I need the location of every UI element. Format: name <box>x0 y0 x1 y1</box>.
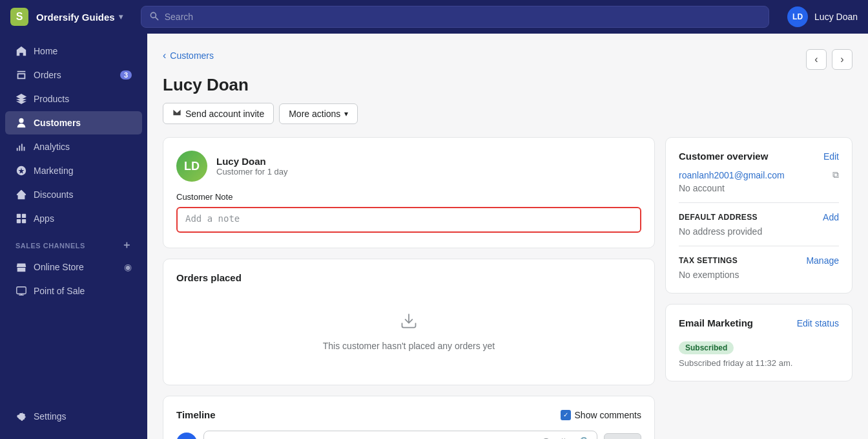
sidebar-item-point-of-sale[interactable]: Point of Sale <box>5 279 142 303</box>
edit-status-button[interactable]: Edit status <box>797 318 839 328</box>
send-invite-button[interactable]: Send account invite <box>163 103 274 124</box>
orders-badge: 3 <box>120 70 132 80</box>
customer-since: Customer for 1 day <box>216 167 288 177</box>
sidebar-item-products[interactable]: Products <box>5 87 142 111</box>
sidebar-label-pos: Point of Sale <box>34 286 85 296</box>
send-invite-label: Send account invite <box>185 109 264 119</box>
add-sales-channel-icon[interactable]: ＋ <box>121 239 132 252</box>
show-comments-label: Show comments <box>575 410 641 420</box>
next-page-button[interactable]: › <box>832 49 852 70</box>
sidebar-item-customers[interactable]: Customers <box>5 111 142 134</box>
more-actions-chevron-icon: ▾ <box>344 109 348 118</box>
customers-icon <box>16 117 27 129</box>
user-avatar[interactable]: LD <box>787 6 808 27</box>
sidebar-label-home: Home <box>34 46 57 56</box>
breadcrumb-chevron-icon: ‹ <box>163 50 166 61</box>
note-label: Customer Note <box>176 192 641 202</box>
customer-email[interactable]: roanlanh2001@gmail.com <box>679 170 785 180</box>
mention-icon[interactable]: @ <box>538 436 553 440</box>
customer-profile: LD Lucy Doan Customer for 1 day <box>176 151 641 182</box>
sidebar-label-customers: Customers <box>34 118 81 128</box>
sidebar-label-online-store: Online Store <box>34 262 84 272</box>
sidebar-item-home[interactable]: Home <box>5 39 142 63</box>
more-actions-label: More actions <box>289 109 340 119</box>
breadcrumb[interactable]: ‹ Customers <box>163 50 214 61</box>
orders-icon <box>16 69 27 81</box>
customer-overview-card: Customer overview Edit roanlanh2001@gmai… <box>665 137 852 294</box>
sidebar-item-analytics[interactable]: Analytics <box>5 135 142 158</box>
sidebar-label-orders: Orders <box>34 70 61 80</box>
address-value: No address provided <box>679 226 839 237</box>
add-address-button[interactable]: Add <box>823 212 839 222</box>
address-title: DEFAULT ADDRESS <box>679 213 758 222</box>
sidebar-item-marketing[interactable]: Marketing <box>5 159 142 182</box>
hashtag-icon[interactable]: # <box>557 436 568 440</box>
post-button[interactable]: Post <box>604 433 641 440</box>
sales-channels-section: SALES CHANNELS ＋ <box>0 231 147 255</box>
sidebar-label-products: Products <box>34 94 69 104</box>
note-textarea[interactable] <box>176 207 641 233</box>
svg-rect-2 <box>17 219 21 223</box>
search-input[interactable] <box>165 12 761 22</box>
copy-email-icon[interactable]: ⧉ <box>832 169 839 180</box>
sidebar-label-analytics: Analytics <box>34 142 70 152</box>
sidebar-item-settings[interactable]: Settings <box>5 405 142 428</box>
svg-rect-3 <box>22 219 26 223</box>
manage-tax-button[interactable]: Manage <box>806 255 839 266</box>
prev-page-button[interactable]: ‹ <box>806 49 827 70</box>
comment-row: LD ☺ @ # 🔗 Post <box>176 431 641 439</box>
email-marketing-title: Email Marketing <box>679 317 753 328</box>
tax-settings-section: TAX SETTINGS Manage No exemptions <box>679 255 839 280</box>
default-address-section: DEFAULT ADDRESS Add No address provided <box>679 212 839 237</box>
settings-icon <box>16 411 27 422</box>
customer-card: LD Lucy Doan Customer for 1 day Customer… <box>163 137 655 248</box>
address-header: DEFAULT ADDRESS Add <box>679 212 839 222</box>
sidebar-label-marketing: Marketing <box>34 166 73 176</box>
email-marketing-header: Email Marketing Edit status <box>679 317 839 328</box>
svg-rect-0 <box>17 214 21 218</box>
app-brand[interactable]: Ordersify Guides ▾ <box>36 12 123 23</box>
left-column: LD Lucy Doan Customer for 1 day Customer… <box>163 137 655 439</box>
account-status: No account <box>679 183 839 193</box>
avatar: LD <box>176 151 207 182</box>
overview-header: Customer overview Edit <box>679 151 839 162</box>
products-icon <box>16 93 27 105</box>
overview-title: Customer overview <box>679 151 768 162</box>
online-store-view-icon[interactable]: ◉ <box>124 262 132 272</box>
timeline-card: Timeline ✓ Show comments LD ☺ @ # <box>163 396 655 439</box>
show-comments-toggle[interactable]: ✓ Show comments <box>561 410 641 420</box>
attachment-icon[interactable]: 🔗 <box>572 435 590 439</box>
right-column: Customer overview Edit roanlanh2001@gmai… <box>665 137 852 439</box>
sidebar-item-apps[interactable]: Apps <box>5 207 142 230</box>
sidebar-bottom: Settings <box>0 399 147 439</box>
customer-name: Lucy Doan <box>216 156 288 167</box>
sidebar-label-settings: Settings <box>34 411 67 422</box>
content-grid: LD Lucy Doan Customer for 1 day Customer… <box>163 137 852 439</box>
breadcrumb-label: Customers <box>170 50 214 61</box>
edit-overview-button[interactable]: Edit <box>823 151 839 162</box>
sidebar-item-discounts[interactable]: Discounts <box>5 183 142 206</box>
orders-title: Orders placed <box>176 272 242 283</box>
subscribed-time: Subscribed friday at 11:32 am. <box>679 358 839 368</box>
orders-empty-text: This customer hasn't placed any orders y… <box>323 341 495 351</box>
search-icon <box>149 11 160 23</box>
sidebar-item-orders[interactable]: Orders 3 <box>5 63 142 87</box>
page-title: Lucy Doan <box>163 75 852 95</box>
sidebar: Home Orders 3 Products Customers <box>0 34 147 439</box>
emoji-icon[interactable]: ☺ <box>518 436 533 440</box>
sidebar-item-online-store[interactable]: Online Store ◉ <box>5 255 142 279</box>
tax-value: No exemptions <box>679 270 839 280</box>
tax-title: TAX SETTINGS <box>679 256 738 265</box>
page-navigation: ‹ › <box>806 49 852 70</box>
search-bar[interactable] <box>141 6 769 28</box>
svg-rect-4 <box>17 287 26 294</box>
page-layout: Home Orders 3 Products Customers <box>0 0 868 439</box>
svg-rect-1 <box>22 214 26 218</box>
main-content: ‹ Customers ‹ › Lucy Doan Send account i… <box>147 34 868 439</box>
tax-header: TAX SETTINGS Manage <box>679 255 839 266</box>
orders-card: Orders placed This customer hasn't place… <box>163 259 655 385</box>
store-icon <box>16 261 27 273</box>
comment-input-wrapper[interactable]: ☺ @ # 🔗 <box>203 431 597 439</box>
more-actions-button[interactable]: More actions ▾ <box>279 103 358 124</box>
top-nav-right: LD Lucy Doan <box>787 6 858 27</box>
